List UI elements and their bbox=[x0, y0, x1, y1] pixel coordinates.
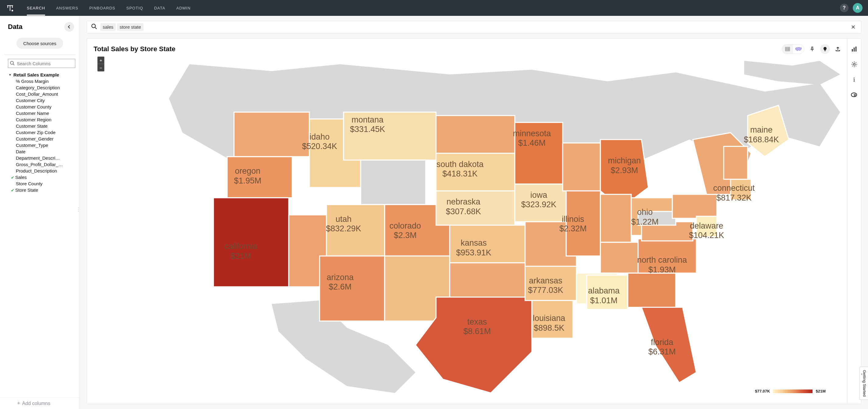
column-item[interactable]: Customer City bbox=[8, 97, 75, 104]
column-item[interactable]: % Gross Margin bbox=[8, 78, 75, 85]
column-item[interactable]: ✔Store State bbox=[8, 187, 75, 193]
insight-button[interactable] bbox=[820, 44, 830, 54]
add-columns-button[interactable]: + Add columns bbox=[0, 398, 80, 409]
column-search-input[interactable] bbox=[8, 59, 75, 68]
state-indiana[interactable] bbox=[600, 194, 631, 242]
chevron-left-icon: ‹ bbox=[861, 372, 862, 376]
state-delaware[interactable] bbox=[696, 216, 717, 237]
us-map[interactable]: california$21Mtexas$8.61Mflorida$6.31Mmi… bbox=[94, 56, 847, 401]
brand-logo[interactable] bbox=[5, 3, 14, 12]
search-token[interactable]: sales bbox=[100, 23, 116, 31]
column-item[interactable]: Date bbox=[8, 149, 75, 155]
column-item[interactable]: Store County bbox=[8, 181, 75, 187]
search-icon bbox=[91, 24, 97, 31]
column-item[interactable]: Customer State bbox=[8, 123, 75, 129]
column-tree: ▼ Retail Sales Example % Gross MarginCat… bbox=[0, 70, 80, 398]
state-florida[interactable] bbox=[642, 307, 696, 382]
state-illinois[interactable] bbox=[566, 191, 600, 256]
collapse-panel-button[interactable] bbox=[64, 22, 74, 32]
table-view-toggle[interactable] bbox=[782, 44, 793, 54]
settings-rail-button[interactable] bbox=[849, 59, 859, 69]
nav-item-answers[interactable]: ANSWERS bbox=[56, 1, 78, 15]
help-button[interactable]: ? bbox=[840, 4, 848, 12]
nav-item-data[interactable]: DATA bbox=[154, 1, 165, 15]
state-california[interactable] bbox=[213, 198, 289, 287]
column-item[interactable]: Customer County bbox=[8, 104, 75, 110]
state-kentucky[interactable] bbox=[600, 242, 638, 273]
state-montana[interactable] bbox=[343, 112, 436, 160]
state-oregon[interactable] bbox=[227, 157, 292, 198]
column-item[interactable]: Category_Description bbox=[8, 85, 75, 91]
state-arkansas[interactable] bbox=[525, 266, 577, 301]
state-minnesota[interactable] bbox=[515, 123, 563, 184]
r-analysis-rail-button[interactable]: R bbox=[849, 90, 859, 100]
legend-gradient bbox=[773, 389, 812, 393]
getting-started-tab[interactable]: Getting Started ‹ bbox=[860, 367, 868, 400]
state-kansas[interactable] bbox=[450, 225, 525, 263]
nav-items: SEARCHANSWERSPINBOARDSSPOTIQDATAADMIN bbox=[27, 1, 190, 15]
svg-rect-9 bbox=[854, 48, 855, 52]
state-wisconsin[interactable] bbox=[563, 143, 600, 191]
nav-item-admin[interactable]: ADMIN bbox=[176, 1, 190, 15]
share-button[interactable] bbox=[833, 44, 843, 54]
legend-min: $77.07K bbox=[755, 389, 770, 394]
state-north-dakota[interactable] bbox=[436, 116, 515, 153]
map-area[interactable]: + − bbox=[94, 56, 847, 401]
state-pennsylvania[interactable] bbox=[672, 194, 717, 219]
user-avatar[interactable]: A bbox=[853, 3, 863, 13]
state-south-dakota[interactable] bbox=[436, 153, 515, 191]
svg-point-0 bbox=[12, 10, 13, 11]
view-toggle bbox=[782, 44, 804, 54]
divider bbox=[4, 54, 75, 55]
column-item[interactable]: Product_Description bbox=[8, 168, 75, 174]
column-item[interactable]: Customer Zip Code bbox=[8, 129, 75, 136]
answer-card: Total Sales by Store State bbox=[87, 38, 861, 404]
state-alabama[interactable] bbox=[587, 275, 628, 309]
column-item[interactable]: Customer_Type bbox=[8, 142, 75, 149]
column-item[interactable]: ✔Sales bbox=[8, 174, 75, 181]
choose-sources-button[interactable]: Choose sources bbox=[17, 38, 63, 49]
nav-item-pinboards[interactable]: PINBOARDS bbox=[89, 1, 116, 15]
state-louisiana[interactable] bbox=[532, 301, 573, 338]
getting-started-label: Getting Started bbox=[862, 370, 867, 397]
column-item[interactable]: Customer Name bbox=[8, 110, 75, 117]
nav-item-search[interactable]: SEARCH bbox=[27, 1, 45, 15]
state-oklahoma[interactable] bbox=[450, 263, 525, 297]
explore-rail-button[interactable] bbox=[849, 44, 859, 54]
column-item[interactable]: Customer Region bbox=[8, 117, 75, 123]
map-view-toggle[interactable] bbox=[793, 44, 804, 54]
state-washington[interactable] bbox=[234, 112, 309, 157]
column-item[interactable]: Department_Descri… bbox=[8, 155, 75, 161]
state-nebraska[interactable] bbox=[436, 191, 515, 225]
info-rail-button[interactable]: i bbox=[849, 75, 859, 85]
nav-item-spotiq[interactable]: SPOTIQ bbox=[126, 1, 143, 15]
zoom-control: + − bbox=[97, 56, 104, 72]
datasource-name: Retail Sales Example bbox=[13, 72, 59, 77]
state-west-virginia[interactable] bbox=[638, 212, 676, 225]
zoom-in-button[interactable]: + bbox=[97, 57, 104, 64]
state-utah[interactable] bbox=[327, 204, 384, 256]
state-connecticut[interactable] bbox=[731, 179, 751, 200]
search-token[interactable]: store state bbox=[117, 23, 143, 31]
column-item[interactable]: Gross_Profit_Dollar_… bbox=[8, 161, 75, 168]
svg-point-11 bbox=[854, 63, 855, 65]
datasource-header[interactable]: ▼ Retail Sales Example bbox=[8, 72, 80, 78]
svg-rect-3 bbox=[785, 47, 790, 51]
clear-search-button[interactable]: ✕ bbox=[848, 23, 858, 32]
column-item[interactable]: Cost_Dollar_Amount bbox=[8, 91, 75, 97]
state-vt-nh-ma[interactable] bbox=[723, 146, 748, 179]
svg-rect-4 bbox=[825, 51, 826, 51]
plus-icon: + bbox=[17, 400, 21, 407]
pin-button[interactable] bbox=[807, 44, 817, 54]
state-wyoming[interactable] bbox=[361, 160, 426, 204]
state-georgia[interactable] bbox=[628, 273, 676, 307]
column-item[interactable]: Customer_Gender bbox=[8, 136, 75, 142]
zoom-out-button[interactable]: − bbox=[97, 64, 104, 71]
svg-rect-8 bbox=[852, 49, 853, 52]
map-legend: $77.07K $21M bbox=[755, 389, 826, 394]
content-area: sales store state ✕ Total Sales by Store… bbox=[80, 16, 868, 409]
state-arizona[interactable] bbox=[320, 256, 384, 321]
state-north-carolina[interactable] bbox=[638, 239, 696, 273]
state-iowa[interactable] bbox=[515, 184, 566, 222]
search-bar[interactable]: sales store state ✕ bbox=[87, 21, 861, 34]
